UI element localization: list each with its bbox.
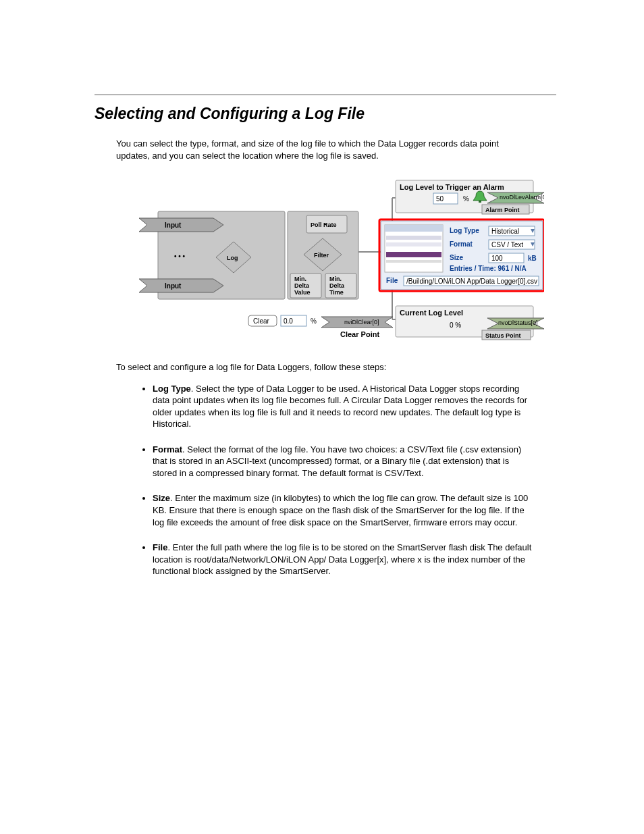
- bullet-size: Size. Enter the maximum size (in kilobyt…: [153, 492, 535, 528]
- postfig-paragraph: To select and configure a log file for D…: [116, 361, 535, 373]
- bullet-lead: File: [153, 542, 167, 552]
- bullet-lead: Size: [153, 493, 170, 503]
- format-select[interactable]: CSV / Text: [491, 241, 523, 249]
- clear-point-label: Clear Point: [340, 330, 379, 338]
- alarm-value-field[interactable]: 50: [436, 195, 444, 203]
- svg-rect-16: [479, 201, 481, 203]
- svg-rect-23: [386, 236, 441, 240]
- bullet-lead: Log Type: [153, 384, 191, 394]
- input-arrow-bottom: Input: [165, 282, 182, 290]
- filter-diamond: Filter: [314, 252, 329, 259]
- entries-label: Entries / Time: 961 / N/A: [450, 265, 527, 272]
- clear-value-field[interactable]: 0.0: [284, 317, 293, 325]
- status-point-label: Status Point: [485, 332, 521, 339]
- size-unit: kB: [528, 255, 537, 262]
- file-label: File: [386, 277, 398, 284]
- clear-input-tag: nviDlClear[0]: [344, 319, 379, 325]
- input-arrow-top: Input: [165, 221, 182, 229]
- bullet-lead: Format: [153, 444, 182, 454]
- svg-rect-26: [386, 260, 441, 263]
- svg-rect-25: [386, 252, 441, 257]
- log-type-label: Log Type: [450, 227, 479, 234]
- clear-unit: %: [311, 317, 317, 325]
- format-label: Format: [450, 240, 473, 248]
- figure: Input • • • Input Log Poll Rate Filter M…: [112, 171, 539, 349]
- svg-rect-22: [385, 225, 443, 232]
- alarm-title: Log Level to Trigger an Alarm: [400, 183, 504, 191]
- current-title: Current Log Level: [400, 309, 463, 317]
- section-heading: Selecting and Configuring a Log File: [95, 105, 556, 123]
- bullet-format: Format. Select the format of the log fil…: [153, 444, 535, 479]
- current-percent: 0 %: [450, 321, 461, 329]
- bullet-text: . Enter the maximum size (in kilobytes) …: [153, 493, 528, 527]
- size-label: Size: [450, 254, 463, 261]
- bullet-text: . Select the type of Data Logger to be u…: [153, 384, 527, 429]
- dots-icon: • • •: [174, 253, 186, 260]
- alarm-point-label: Alarm Point: [485, 207, 520, 213]
- bullet-log-type: Log Type. Select the type of Data Logger…: [153, 383, 535, 430]
- log-type-select[interactable]: Historical: [491, 228, 519, 235]
- bullet-text: . Select the format of the log file. You…: [153, 444, 521, 478]
- intro-paragraph: You can select the type, format, and siz…: [116, 138, 535, 161]
- bullet-text: . Enter the full path where the log file…: [153, 542, 531, 576]
- clear-button[interactable]: Clear: [253, 317, 270, 325]
- file-field[interactable]: /Building/LON/iLON App/Data Logger[0].cs…: [406, 278, 537, 285]
- size-field[interactable]: 100: [491, 255, 503, 262]
- svg-rect-24: [386, 242, 441, 246]
- bullet-list: Log Type. Select the type of Data Logger…: [95, 383, 535, 577]
- poll-rate-button[interactable]: Poll Rate: [311, 221, 337, 228]
- status-output-tag: nvoDlStatus[0]: [498, 319, 538, 326]
- svg-marker-6: [139, 218, 223, 232]
- log-diamond: Log: [227, 255, 238, 261]
- alarm-output-tag: nvoDlLevAlarm[0]: [500, 194, 544, 201]
- svg-marker-7: [139, 279, 223, 292]
- svg-rect-21: [385, 225, 443, 272]
- bullet-file: File. Enter the full path where the log …: [153, 542, 535, 577]
- alarm-unit: %: [463, 195, 469, 203]
